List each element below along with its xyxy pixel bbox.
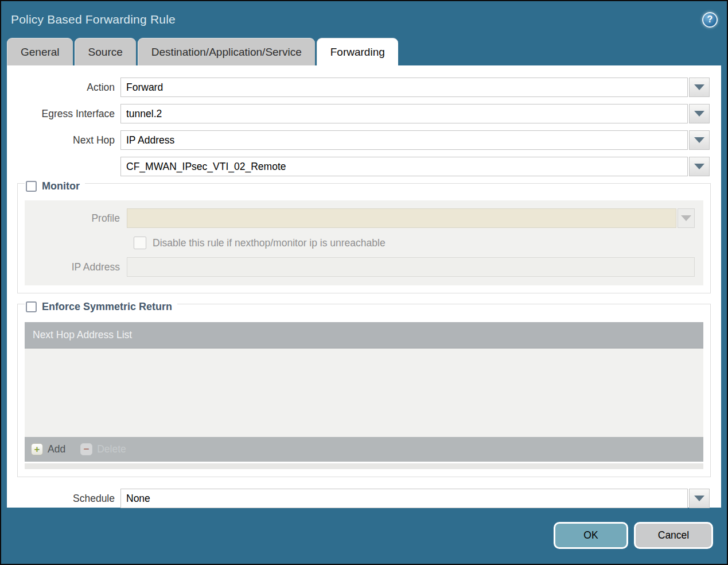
action-input[interactable] — [120, 78, 688, 97]
monitor-ip-address-input — [127, 257, 695, 277]
next-hop-dropdown-trigger[interactable] — [689, 130, 710, 150]
dialog-footer: OK Cancel — [1, 506, 727, 564]
chevron-down-icon — [694, 496, 704, 501]
profile-input — [127, 208, 676, 228]
plus-icon: + — [31, 443, 43, 455]
profile-combo — [127, 208, 695, 228]
tab-destination-application-service[interactable]: Destination/Application/Service — [138, 38, 315, 65]
ok-button[interactable]: OK — [554, 522, 628, 549]
monitor-panel: Profile Disable this rule if nexthop/mon… — [25, 200, 703, 285]
delete-button: − Delete — [80, 443, 126, 455]
next-hop-row: Next Hop — [7, 130, 721, 150]
enforce-symmetric-return-checkbox[interactable] — [26, 301, 37, 312]
pbf-rule-dialog: Policy Based Forwarding Rule ? General S… — [0, 0, 728, 565]
action-dropdown-trigger[interactable] — [689, 78, 710, 97]
minus-icon: − — [80, 443, 92, 455]
egress-interface-label: Egress Interface — [7, 108, 120, 120]
dialog-titlebar: Policy Based Forwarding Rule ? — [1, 1, 727, 38]
tab-source[interactable]: Source — [75, 38, 136, 65]
schedule-label: Schedule — [7, 493, 120, 505]
tab-bar: General Source Destination/Application/S… — [1, 38, 727, 65]
forwarding-tab-panel: Action Egress Interface Next Hop — [7, 65, 721, 508]
next-hop-address-combo — [120, 157, 710, 176]
profile-row: Profile — [25, 208, 703, 228]
chevron-down-icon — [694, 111, 704, 117]
disable-rule-checkbox — [134, 237, 146, 249]
grid-body[interactable] — [25, 349, 703, 437]
next-hop-combo — [120, 130, 710, 150]
symmetric-return-fieldset: Enforce Symmetric Return Next Hop Addres… — [17, 304, 711, 477]
schedule-dropdown-trigger[interactable] — [689, 489, 710, 508]
chevron-down-icon — [694, 164, 704, 169]
schedule-input[interactable] — [120, 489, 688, 508]
action-combo — [120, 78, 710, 97]
action-row: Action — [7, 78, 721, 97]
next-hop-type-input[interactable] — [120, 130, 688, 150]
add-button-label: Add — [48, 443, 65, 455]
tab-general[interactable]: General — [7, 38, 73, 65]
egress-interface-combo — [120, 104, 710, 123]
help-icon[interactable]: ? — [702, 12, 718, 28]
next-hop-address-input[interactable] — [120, 157, 688, 176]
enforce-symmetric-return-label: Enforce Symmetric Return — [42, 301, 172, 313]
disable-rule-row: Disable this rule if nexthop/monitor ip … — [134, 237, 703, 249]
grid-header-label: Next Hop Address List — [33, 329, 132, 341]
next-hop-label: Next Hop — [7, 134, 120, 146]
monitor-checkbox[interactable] — [26, 181, 37, 192]
chevron-down-icon — [681, 215, 691, 221]
monitor-ip-address-label: IP Address — [25, 261, 127, 273]
schedule-row: Schedule — [7, 489, 721, 508]
egress-interface-dropdown-trigger[interactable] — [689, 104, 710, 123]
chevron-down-icon — [694, 84, 704, 90]
disable-rule-label: Disable this rule if nexthop/monitor ip … — [153, 237, 386, 249]
dialog-title: Policy Based Forwarding Rule — [11, 13, 176, 26]
egress-interface-input[interactable] — [120, 104, 688, 123]
chevron-down-icon — [694, 137, 704, 143]
grid-header: Next Hop Address List — [25, 322, 703, 349]
monitor-legend: Monitor — [25, 180, 85, 192]
next-hop-address-list-grid: Next Hop Address List + Add − Delete — [25, 322, 703, 462]
action-label: Action — [7, 82, 120, 94]
cancel-button[interactable]: Cancel — [634, 522, 713, 549]
next-hop-address-row — [7, 157, 721, 176]
grid-horizontal-scrollbar[interactable] — [25, 463, 703, 469]
delete-button-label: Delete — [97, 443, 126, 455]
schedule-combo — [120, 489, 710, 508]
symmetric-return-legend: Enforce Symmetric Return — [25, 301, 177, 313]
monitor-ip-address-row: IP Address — [25, 257, 703, 277]
monitor-legend-label: Monitor — [42, 180, 80, 192]
add-button[interactable]: + Add — [31, 443, 65, 455]
egress-interface-row: Egress Interface — [7, 104, 721, 123]
grid-toolbar: + Add − Delete — [25, 437, 703, 462]
next-hop-address-dropdown-trigger[interactable] — [689, 157, 710, 176]
monitor-fieldset: Monitor Profile Disable this rule if nex… — [17, 183, 711, 293]
profile-dropdown-trigger — [678, 208, 695, 228]
tab-forwarding[interactable]: Forwarding — [317, 38, 398, 65]
profile-label: Profile — [25, 212, 127, 225]
